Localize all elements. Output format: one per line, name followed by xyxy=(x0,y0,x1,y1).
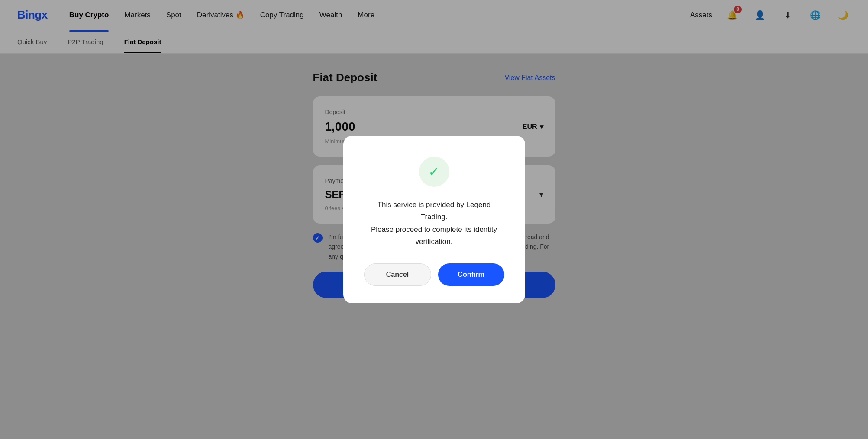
modal-dialog: ✓ This service is provided by Legend Tra… xyxy=(343,136,525,303)
cancel-button[interactable]: Cancel xyxy=(364,263,431,286)
modal-success-icon-circle: ✓ xyxy=(419,157,449,187)
modal-actions: Cancel Confirm xyxy=(364,263,504,286)
confirm-button[interactable]: Confirm xyxy=(438,263,504,286)
modal-overlay[interactable]: ✓ This service is provided by Legend Tra… xyxy=(0,0,868,439)
modal-message-line2: Please proceed to complete its identity … xyxy=(371,225,497,246)
modal-message: This service is provided by Legend Tradi… xyxy=(364,199,504,247)
modal-message-line1: This service is provided by Legend Tradi… xyxy=(378,201,491,221)
modal-checkmark-icon: ✓ xyxy=(428,163,440,180)
